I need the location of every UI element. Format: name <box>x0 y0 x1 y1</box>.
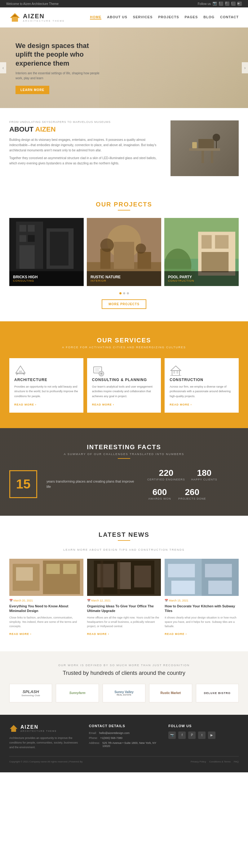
svg-rect-13 <box>20 235 26 242</box>
news-card-3: 📅 March 15, 2021 How to Decorate Your Ki… <box>165 559 239 636</box>
svg-rect-22 <box>114 242 134 269</box>
footer-phone-value: +1(000) 568-7380 <box>100 737 122 740</box>
footer-email-row: Email: hello@aizentdesign.com <box>89 732 159 735</box>
facebook-icon[interactable]: f <box>219 2 223 6</box>
svg-rect-68 <box>205 564 232 577</box>
footer-email-label: Email: <box>89 732 97 735</box>
more-projects-button[interactable]: MORE PROJECTS <box>102 299 146 309</box>
footer-twitter-icon[interactable]: t <box>198 732 205 739</box>
footer-privacy-link[interactable]: Privacy Policy <box>191 760 206 763</box>
youtube-icon[interactable]: ▶ <box>238 2 242 6</box>
logo-name: AIZEN <box>23 13 65 20</box>
hero-cta-button[interactable]: LEARN MORE <box>16 86 49 94</box>
footer-faq-link[interactable]: FAQ <box>234 760 239 763</box>
footer-logo-name: AIZEN ARCHITECTURE THEME <box>21 724 57 732</box>
hero-content: We design spaces that uplift the people … <box>16 41 102 94</box>
footer-phone-label: Phone: <box>89 737 98 740</box>
svg-rect-15 <box>20 245 35 269</box>
svg-rect-23 <box>138 252 151 269</box>
footer-logo-icon <box>9 724 18 733</box>
client-logo-3: Sunny Valley REAL ESTATE <box>103 684 145 703</box>
services-section: OUR SERVICES A FORCE FOR ACTIVATING CITI… <box>0 321 248 428</box>
dot-3[interactable] <box>127 292 129 294</box>
stat-4-number: 260 <box>178 487 206 497</box>
project-card-1[interactable]: BRICKS HIGH CONSULTING <box>9 218 84 286</box>
about-para2: Together they conceived an asymmetrical … <box>9 155 164 166</box>
footer-facebook-icon[interactable]: f <box>178 732 186 739</box>
footer-content: AIZEN ARCHITECTURE THEME Architecture pr… <box>9 724 239 750</box>
about-from-text: FROM UNDULATING SKYSCRAPERS TO MARVELOUS… <box>9 120 164 124</box>
service-1-desc: Provides an opportunity to not only add … <box>14 384 78 399</box>
svg-rect-14 <box>28 235 35 242</box>
svg-rect-48 <box>176 371 178 374</box>
about-para1: Building design at its visionary best en… <box>9 137 164 153</box>
projects-title: OUR PROJECTS <box>9 201 239 208</box>
svg-rect-47 <box>173 371 175 374</box>
nav-pages[interactable]: PAGES <box>185 15 198 20</box>
nav-projects[interactable]: PROJECTS <box>158 15 179 20</box>
svg-rect-4 <box>201 151 204 163</box>
svg-rect-31 <box>201 252 228 272</box>
news-1-title: Everything You Need to Know About Minima… <box>9 604 83 614</box>
dot-2[interactable] <box>123 292 125 294</box>
nav-blog[interactable]: BLOG <box>203 15 215 20</box>
service-2-title: CONSULTING & PLANNING <box>92 378 156 382</box>
dot-1[interactable] <box>119 292 121 294</box>
nav-home[interactable]: HOME <box>90 15 101 20</box>
svg-point-7 <box>213 134 220 141</box>
footer-youtube-icon[interactable]: ▶ <box>208 732 216 739</box>
service-card-consulting: CONSULTING & PLANNING Our team's analyti… <box>87 358 161 413</box>
hero-prev-button[interactable]: ‹ <box>0 62 6 73</box>
svg-rect-63 <box>117 559 120 596</box>
client-logo-1: SPLASH Swimming Club <box>9 684 52 703</box>
footer-terms-link[interactable]: Conditions & Terms <box>209 760 231 763</box>
news-1-desc: Close links to fashion, architecture, co… <box>9 615 83 629</box>
nav-about[interactable]: ABOUT US <box>107 15 127 20</box>
news-2-illustration <box>87 559 161 596</box>
hero-next-button[interactable]: › <box>242 62 248 73</box>
service-2-readmore[interactable]: READ MORE <box>92 403 114 406</box>
news-3-readmore[interactable]: READ MORE <box>165 632 187 636</box>
twitter-icon[interactable]: t <box>231 2 236 6</box>
trusted-title: Trusted by hundreds of clients around th… <box>9 670 239 676</box>
top-bar: Welcome to Aizen Architecture Theme Foll… <box>0 0 248 7</box>
footer-instagram-icon[interactable]: 📷 <box>168 732 176 739</box>
footer-col-contact: CONTACT DETAILS Email: hello@aizentdesig… <box>89 724 159 750</box>
about-heading-brand: AIZEN <box>35 125 56 133</box>
news-1-illustration <box>9 559 83 596</box>
footer-pinterest-icon[interactable]: P <box>188 732 196 739</box>
architecture-icon <box>14 364 27 377</box>
hero-subtext: Interiors are the essential settings of … <box>16 71 102 81</box>
pinterest-icon[interactable]: P <box>225 2 229 6</box>
projects-section: OUR PROJECTS BRICKS HIGH CONSULTING <box>0 188 248 321</box>
news-1-readmore[interactable]: READ MORE <box>9 632 32 636</box>
svg-rect-3 <box>198 139 214 148</box>
news-2-readmore[interactable]: READ MORE <box>87 632 109 636</box>
svg-rect-36 <box>19 371 22 373</box>
project-1-title: BRICKS HIGH <box>13 275 80 279</box>
news-subtitle: LEARN MORE ABOUT DESIGN TIPS AND CONSTRU… <box>9 548 239 551</box>
project-card-3-overlay: POOL PARTY CONSTRUCTION <box>164 271 239 286</box>
instagram-icon[interactable]: 📷 <box>213 2 217 6</box>
about-section: FROM UNDULATING SKYSCRAPERS TO MARVELOUS… <box>0 108 248 188</box>
project-3-cat: CONSTRUCTION <box>168 279 235 282</box>
footer-address-value: 525 7th Avenue • Suite 1800, New York, N… <box>102 741 159 748</box>
stat-3: 600 Awards Won <box>147 487 172 500</box>
footer-col-social: FOLLOW US 📷 f P t ▶ <box>168 724 239 750</box>
nav-contact[interactable]: CONTACT <box>220 15 239 20</box>
footer-address-label: Address: <box>89 741 100 748</box>
project-card-2[interactable]: RUSTIC NATURE INTERIOR <box>87 218 161 286</box>
footer-contact-title: CONTACT DETAILS <box>89 724 159 728</box>
service-1-readmore[interactable]: READ MORE <box>14 403 36 406</box>
nav-services[interactable]: SERVICES <box>133 15 153 20</box>
main-nav: HOME ABOUT US SERVICES PROJECTS PAGES BL… <box>90 15 239 20</box>
about-image <box>170 120 239 176</box>
client-logo-5: DELUXE BISTRO <box>196 684 239 703</box>
logo-subtitle: ARCHITECTURE THEME <box>23 20 65 22</box>
project-card-3[interactable]: POOL PARTY CONSTRUCTION <box>164 218 239 286</box>
facts-big-text: years transforming places and creating p… <box>47 479 138 489</box>
service-3-readmore[interactable]: READ MORE <box>170 403 192 406</box>
stat-1-number: 220 <box>147 468 185 478</box>
service-2-desc: Our team's analytical tools and user eng… <box>92 384 156 399</box>
follow-text: Follow us <box>198 2 211 6</box>
